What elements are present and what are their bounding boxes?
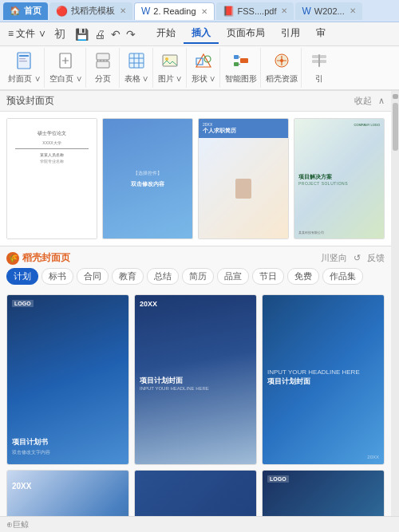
svg-rect-1 <box>19 55 29 57</box>
undo-icon[interactable]: ↶ <box>109 26 122 42</box>
gc1-logo: LOGO <box>12 300 34 307</box>
w202-icon: W <box>302 6 310 17</box>
tab-review[interactable]: 审 <box>308 24 334 44</box>
svg-rect-2 <box>19 58 26 59</box>
tab-template-close[interactable]: ✕ <box>120 6 126 15</box>
ribbon-more: 引 <box>303 48 335 88</box>
gallery-card-4[interactable]: 20XX 项目计划封面 COMPANY NAME <box>6 470 129 516</box>
svg-point-17 <box>280 59 283 62</box>
tab-w202-label: W202... <box>314 6 345 16</box>
page-break-icon[interactable] <box>92 49 114 72</box>
save-icon[interactable]: 💾 <box>73 26 90 42</box>
shape-icon[interactable] <box>192 49 215 72</box>
gc4-20xx: 20XX <box>12 482 124 491</box>
toolbar-icon-init[interactable]: 初 <box>53 26 67 43</box>
menu-items: ≡ 文件 ∨ 初 💾 🖨 ↶ ↷ <box>5 26 137 43</box>
svg-rect-20 <box>318 54 320 67</box>
tab-fss-close[interactable]: ✕ <box>281 6 287 15</box>
tab-start[interactable]: 开始 <box>148 24 184 44</box>
ribbon-blank: 空白页 ∨ <box>46 48 86 88</box>
page-break-label: 分页 <box>95 73 111 85</box>
print-icon[interactable]: 🖨 <box>93 26 107 42</box>
bottom-watermark: ⊕巨鲸 <box>6 519 29 530</box>
ribbon-tabs: 开始 插入 页面布局 引用 审 <box>148 24 334 44</box>
gallery-grid: LOGO 项目计划书 双击修改文字内容 20XX 项目计划封面 INPUT YO… <box>0 290 391 516</box>
tag-education[interactable]: 教育 <box>112 268 144 285</box>
tab-w202[interactable]: W W202... ✕ <box>295 2 361 20</box>
more-icon[interactable] <box>308 49 330 72</box>
tab-insert[interactable]: 插入 <box>184 24 219 44</box>
svg-rect-15 <box>240 58 248 63</box>
tag-brand[interactable]: 品宣 <box>217 268 249 285</box>
image-icon[interactable] <box>159 49 181 72</box>
cover-page-icon[interactable] <box>13 49 35 72</box>
gallery-card-6[interactable]: LOGO 项目计划书 PROJECT PLAN <box>262 470 385 516</box>
menu-bar: ≡ 文件 ∨ 初 💾 🖨 ↶ ↷ 开始 插入 页面布局 引用 审 <box>0 22 399 46</box>
preset-collapse[interactable]: 收起 ∧ <box>354 95 385 107</box>
main-panel: 预设封面页 收起 ∧ 硕士学位论文 XXXX大学 某某人员名称 学院专业名称 <box>0 91 391 516</box>
tag-resume[interactable]: 简历 <box>182 268 214 285</box>
gc2-title: 项目计划封面 <box>140 376 251 386</box>
tab-home[interactable]: 🏠 首页 <box>3 2 48 20</box>
image-label: 图片 ∨ <box>158 73 183 85</box>
smartart-label: 智能图形 <box>225 73 257 85</box>
table-icon[interactable] <box>125 49 148 72</box>
feedback-label[interactable]: 反馈 <box>367 252 385 264</box>
tag-row: 计划 标书 合同 教育 总结 简历 品宣 节日 免费 作品集 <box>0 268 391 290</box>
svg-rect-7 <box>129 53 144 68</box>
tag-free[interactable]: 免费 <box>287 268 319 285</box>
tag-plan[interactable]: 计划 <box>6 268 38 285</box>
collapse-icon: ∧ <box>378 96 385 106</box>
preset-card-4[interactable]: COMPANY LOGO 项目解决方案 PROJECT SOLUTIONS 某某… <box>294 118 385 239</box>
template-icon: 🔴 <box>56 6 68 17</box>
gc2-20xx: 20XX <box>140 300 251 308</box>
feedback-icon: ↺ <box>354 253 361 263</box>
tag-bid[interactable]: 标书 <box>41 268 73 285</box>
toolbar-icons: 💾 🖨 ↶ ↷ <box>73 26 137 42</box>
view-mode[interactable]: 川竖向 <box>321 252 347 264</box>
blank-page-icon[interactable] <box>54 49 77 72</box>
tab-reading[interactable]: W 2. Reading ✕ <box>134 2 215 20</box>
smartart-icon[interactable] <box>230 49 252 72</box>
ribbon-table: 表格 ∨ <box>121 48 153 88</box>
tab-layout[interactable]: 页面布局 <box>219 24 273 44</box>
preset-card-3[interactable]: 20XX 个人求职简历 <box>198 118 289 239</box>
blank-page-label: 空白页 ∨ <box>49 73 82 85</box>
shape-label: 形状 ∨ <box>192 73 216 85</box>
fss-icon: 📕 <box>223 6 235 17</box>
gallery-card-5[interactable]: 项目计划书 PROJECT PLAN <box>134 470 257 516</box>
preset-card-1[interactable]: 硕士学位论文 XXXX大学 某某人员名称 学院专业名称 <box>6 118 97 239</box>
gallery-card-2[interactable]: 20XX 项目计划封面 INPUT YOUR HEADLINE HERE <box>134 294 257 465</box>
ribbon-straw: 稻壳资源 <box>263 48 302 88</box>
straw-resource-icon[interactable] <box>271 49 293 72</box>
tab-w202-close[interactable]: ✕ <box>350 6 356 15</box>
straw-logo-label: 稻壳封面页 <box>22 251 70 265</box>
gc3-title: 项目计划封面 <box>267 377 310 387</box>
tab-reference[interactable]: 引用 <box>273 24 308 44</box>
scrollbar[interactable] <box>391 91 399 516</box>
svg-rect-8 <box>163 55 177 66</box>
gallery-card-3[interactable]: INPUT YOUR HEADLINE HERE 项目计划封面 20XX <box>262 294 385 465</box>
straw-section: 🌾 稻壳封面页 川竖向 ↺ 反馈 计划 标书 合同 教育 总结 简历 品宣 节日… <box>0 246 391 516</box>
gallery-card-1[interactable]: LOGO 项目计划书 双击修改文字内容 <box>6 294 129 465</box>
redo-icon[interactable]: ↷ <box>124 26 137 42</box>
tab-template-label: 找稻壳模板 <box>71 5 115 17</box>
preset-card-2[interactable]: 【选择控件】 双击修改内容 <box>102 118 193 239</box>
tab-template[interactable]: 🔴 找稻壳模板 ✕ <box>49 2 132 20</box>
ribbon-shape: 形状 ∨ <box>188 48 220 88</box>
straw-controls: 川竖向 ↺ 反馈 <box>321 252 385 264</box>
ribbon-pagebreak: 分页 <box>88 48 120 88</box>
ribbon-cover: 封面页 ∨ <box>5 48 45 88</box>
tab-reading-close[interactable]: ✕ <box>201 7 207 16</box>
tag-summary[interactable]: 总结 <box>147 268 179 285</box>
tag-holiday[interactable]: 节日 <box>252 268 284 285</box>
bottom-bar: ⊕巨鲸 <box>0 516 399 532</box>
tab-home-label: 首页 <box>24 5 41 17</box>
tag-works[interactable]: 作品集 <box>322 268 363 285</box>
tab-fss[interactable]: 📕 FSS....pdf ✕ <box>216 2 294 20</box>
tag-contract[interactable]: 合同 <box>77 268 109 285</box>
menu-file[interactable]: ≡ 文件 ∨ <box>5 26 49 42</box>
preset-title: 预设封面页 <box>6 94 54 108</box>
ribbon-image: 图片 ∨ <box>155 48 187 88</box>
preset-header: 预设封面页 收起 ∧ <box>0 91 391 112</box>
